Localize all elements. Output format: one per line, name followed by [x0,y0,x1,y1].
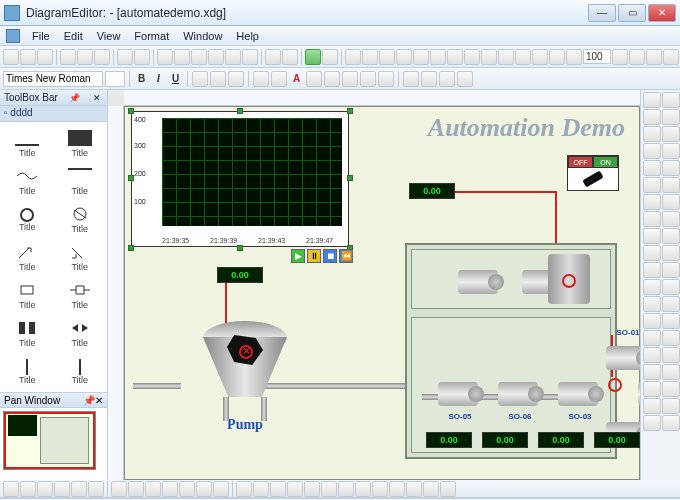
connector-tool[interactable] [643,228,661,244]
polyline-tool[interactable] [662,109,680,125]
tag-tool[interactable] [643,330,661,346]
shape-item[interactable]: Title [2,126,53,162]
selection-handle[interactable] [347,175,353,181]
toolbox-pin-icon[interactable]: 📌 [68,92,80,104]
bottom-btn[interactable] [88,481,104,497]
led-tool[interactable] [662,279,680,295]
align-left-button[interactable] [157,49,173,65]
trend-chart[interactable]: 400 300 200 100 21:39:35 21:39:39 21:39:… [131,111,349,247]
menu-file[interactable]: File [26,28,56,44]
selection-handle[interactable] [128,245,134,251]
measure-tool[interactable] [643,398,661,414]
rotate-left-button[interactable] [430,49,446,65]
bottom-btn[interactable] [37,481,53,497]
ungroup-button[interactable] [282,49,298,65]
pan-window[interactable] [0,408,107,480]
motor[interactable] [458,266,502,298]
motor-so05[interactable] [438,378,482,410]
cut-button[interactable] [60,49,76,65]
polygon-tool[interactable] [662,160,680,176]
chart-tool[interactable] [643,211,661,227]
pump-assembly[interactable]: Pump [165,307,325,457]
bottom-btn[interactable] [304,481,320,497]
hand-button[interactable] [663,49,679,65]
new-button[interactable] [3,49,19,65]
shape-item[interactable]: Title [2,240,53,276]
bottom-btn[interactable] [253,481,269,497]
distribute-h-button[interactable] [403,71,419,87]
pan-minimap[interactable] [3,411,96,470]
shape-item[interactable]: Title [55,354,106,390]
bottom-btn[interactable] [213,481,229,497]
arc-tool[interactable] [662,126,680,142]
table-tool[interactable] [662,211,680,227]
bottom-btn[interactable] [128,481,144,497]
underline-button[interactable]: U [168,71,183,86]
flip-h-button[interactable] [464,49,480,65]
shape-item[interactable]: Title [55,278,106,314]
font-name-select[interactable] [3,71,103,87]
eyedrop-tool[interactable] [643,381,661,397]
pan-pin-icon[interactable]: 📌 [83,395,95,406]
link-button[interactable] [532,49,548,65]
curve-tool[interactable] [643,126,661,142]
text-align-left-button[interactable] [192,71,208,87]
bottom-btn[interactable] [179,481,195,497]
ellipse-tool[interactable] [643,160,661,176]
arrow-end-button[interactable] [378,71,394,87]
motor-so06[interactable] [498,378,542,410]
group-button[interactable] [265,49,281,65]
switch-tool[interactable] [643,279,661,295]
note-tool[interactable] [662,398,680,414]
menu-format[interactable]: Format [128,28,175,44]
flip-v-button[interactable] [481,49,497,65]
save-button[interactable] [37,49,53,65]
roundrect-tool[interactable] [662,143,680,159]
paste-button[interactable] [94,49,110,65]
chart-pause-button[interactable]: ⏸ [307,249,321,263]
undo-button[interactable] [117,49,133,65]
pump-tool[interactable] [662,262,680,278]
line-style-button[interactable] [324,71,340,87]
pointer-tool[interactable] [643,92,661,108]
selection-handle[interactable] [128,108,134,114]
bottom-btn[interactable] [270,481,286,497]
line-weight-button[interactable] [342,71,358,87]
hopper[interactable] [548,254,590,304]
fill-color-button[interactable] [253,71,269,87]
chart-rewind-button[interactable]: ⏪ [339,249,353,263]
trend-tool[interactable] [643,313,661,329]
close-button[interactable]: ✕ [648,4,676,22]
diagram-canvas[interactable]: Automation Demo 400 300 200 100 21:39:35… [124,106,640,480]
motor-so03[interactable] [558,378,602,410]
bottom-btn[interactable] [3,481,19,497]
same-width-button[interactable] [439,71,455,87]
open-button[interactable] [20,49,36,65]
line-color-button[interactable] [271,71,287,87]
script-tool[interactable] [662,330,680,346]
font-color-button[interactable]: A [289,71,304,86]
shape-item[interactable]: Title [55,202,106,238]
shape-item[interactable]: Title [2,278,53,314]
alarm-tool[interactable] [662,313,680,329]
tank-tool[interactable] [662,245,680,261]
align-right-button[interactable] [191,49,207,65]
bold-button[interactable]: B [134,71,149,86]
bottom-btn[interactable] [145,481,161,497]
bottom-btn[interactable] [389,481,405,497]
run-button[interactable] [305,49,321,65]
bottom-btn[interactable] [338,481,354,497]
more-tool[interactable] [662,415,680,431]
bottom-btn[interactable] [111,481,127,497]
motor-so02[interactable] [638,378,640,410]
bottom-btn[interactable] [236,481,252,497]
zoom-tool[interactable] [643,364,661,380]
align-middle-button[interactable] [225,49,241,65]
zoom-input[interactable] [583,49,611,64]
motor-so01[interactable] [606,342,640,374]
bottom-btn[interactable] [196,481,212,497]
shape-item[interactable]: Title [55,316,106,352]
layer-tool[interactable] [662,347,680,363]
zoom-fit-button[interactable] [646,49,662,65]
bottom-btn[interactable] [287,481,303,497]
